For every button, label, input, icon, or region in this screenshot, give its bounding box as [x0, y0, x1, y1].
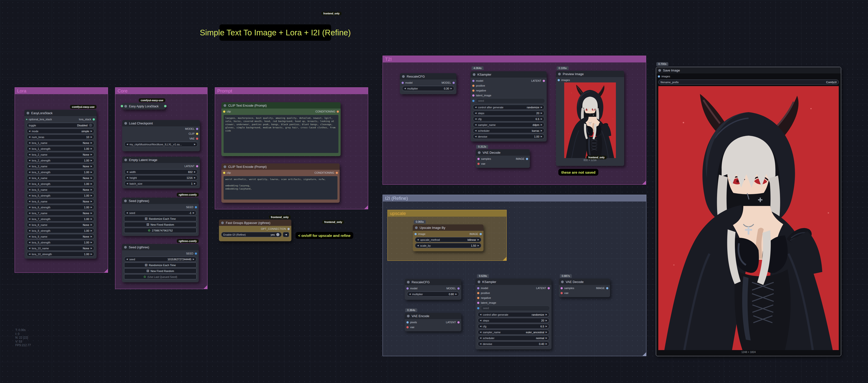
slot-dot-icon[interactable]: [195, 253, 197, 255]
slot-dot-icon[interactable]: [414, 233, 417, 235]
slot-dot-icon[interactable]: [472, 80, 474, 82]
workflow-title-note[interactable]: Simple Text To Image + Lora + I2I (Refin…: [219, 24, 331, 41]
input-slot[interactable]: vae: [559, 291, 610, 295]
input-slot[interactable]: vae: [476, 161, 530, 166]
output-slot[interactable]: LATENT: [444, 320, 461, 325]
slot-dot-icon[interactable]: [472, 100, 474, 102]
widget-row[interactable]: multiplier0.80: [407, 292, 459, 297]
io-row[interactable]: clip CONDITIONING: [221, 170, 340, 175]
io-row[interactable]: optional_lora_stack lora_stack: [24, 117, 97, 122]
collapse-dot-icon[interactable]: [407, 315, 410, 317]
note-not-saved[interactable]: these are not saved: [558, 169, 598, 176]
output-slot[interactable]: LATENT: [530, 78, 547, 83]
input-slot[interactable]: latent_image: [475, 300, 552, 305]
slot-dot-icon[interactable]: [406, 287, 409, 290]
node-header[interactable]: Fast Groups Bypasser (rgthree): [219, 219, 291, 226]
widget-row[interactable]: modesimple: [27, 128, 94, 134]
node-rescalecfg-t2i[interactable]: RescaleCFG model MODEL multiplier0.30: [400, 73, 457, 94]
widget-row[interactable]: width832: [124, 169, 198, 174]
slot-dot-icon[interactable]: [561, 287, 563, 289]
node-easy-apply-lorastack[interactable]: Easy Apply LoraStack: [122, 103, 165, 110]
io-row[interactable]: image IMAGE: [413, 232, 484, 236]
slot-dot-icon[interactable]: [548, 287, 550, 289]
group-resize-handle[interactable]: [503, 257, 506, 261]
output-slot[interactable]: IMAGE: [594, 286, 610, 291]
node-rescalecfg-i2i[interactable]: RescaleCFG model MODEL multiplier0.80: [405, 279, 461, 300]
collapse-dot-icon[interactable]: [124, 158, 127, 161]
widget-row[interactable]: control after generaterandomize: [473, 105, 545, 110]
collapse-dot-icon[interactable]: [402, 75, 405, 78]
node-preview-image[interactable]: Preview Image images frontend_only 832 ×…: [556, 71, 624, 166]
widget-row[interactable]: lora_6_strength1.00: [27, 205, 94, 210]
slot-dot-icon[interactable]: [223, 111, 225, 113]
widget-row[interactable]: lora_1_nameNone: [27, 140, 94, 145]
node-clip-text-encode-positive[interactable]: CLIP Text Encode (Prompt) clip CONDITION…: [221, 102, 341, 156]
collapse-dot-icon[interactable]: [124, 200, 127, 202]
slot-dot-icon[interactable]: [477, 297, 479, 299]
node-header[interactable]: RescaleCFG: [405, 279, 461, 285]
slot-dot-icon[interactable]: [477, 158, 479, 160]
input-slot[interactable]: negative: [475, 295, 552, 300]
collapsed-output-dot-icon[interactable]: [164, 105, 166, 107]
widget-row[interactable]: height1216: [124, 175, 198, 180]
input-slot[interactable]: positive: [475, 291, 552, 295]
collapse-dot-icon[interactable]: [224, 104, 226, 107]
group-title-bar[interactable]: Prompt: [215, 88, 368, 94]
slot-dot-icon[interactable]: [526, 158, 528, 160]
seed-button[interactable]: ⚄New Fixed Random: [124, 268, 196, 273]
node-header[interactable]: CLIP Text Encode (Prompt): [221, 164, 340, 170]
collapse-dot-icon[interactable]: [415, 226, 418, 229]
widget-row[interactable]: lora_1_strength1.00: [27, 146, 94, 151]
output-slot[interactable]: SEED: [122, 251, 199, 256]
node-empty-latent-image[interactable]: Empty Latent Image LATENT width832height…: [122, 157, 200, 188]
widget-row[interactable]: lora_10_nameNone: [27, 246, 94, 251]
widget-row[interactable]: schedulernormal: [478, 335, 549, 341]
slot-dot-icon[interactable]: [561, 292, 563, 294]
widget-row[interactable]: scale_by1.50: [415, 243, 481, 248]
group-toggle-widget[interactable]: Enable I2I (Refine) yes: [221, 232, 282, 237]
slot-dot-icon[interactable]: [402, 82, 404, 84]
widget-row[interactable]: multiplier0.30: [402, 86, 454, 91]
slot-dot-icon[interactable]: [558, 79, 560, 81]
node-vae-decode-i2i[interactable]: VAE Decode samplesvae IMAGE: [559, 278, 610, 297]
slot-dot-icon[interactable]: [457, 321, 460, 323]
widget-row[interactable]: lora_8_strength1.00: [27, 228, 94, 233]
widget-row[interactable]: sampler_nameddpm: [473, 122, 545, 127]
widget-row[interactable]: denoise0.40: [478, 341, 549, 346]
seed-button[interactable]: ♻(Use Last Queued Seed): [124, 274, 196, 279]
output-slot[interactable]: LATENT: [122, 164, 200, 169]
node-header[interactable]: EasyLoraStack: [24, 110, 97, 116]
node-header[interactable]: Upscale Image By: [413, 225, 484, 231]
collapse-dot-icon[interactable]: [124, 246, 127, 248]
widget-row[interactable]: control after generaterandomize: [478, 312, 549, 317]
node-upscale-image-by[interactable]: Upscale Image By image IMAGE upscale_met…: [413, 225, 484, 251]
slot-dot-icon[interactable]: [477, 163, 479, 165]
slot-dot-icon[interactable]: [477, 302, 479, 304]
collapse-dot-icon[interactable]: [124, 105, 127, 108]
widget-row[interactable]: lora_6_nameNone: [27, 199, 94, 204]
group-title-bar[interactable]: T2I: [383, 56, 646, 62]
widget-row[interactable]: denoise1.00: [473, 134, 545, 139]
group-title-bar[interactable]: Lora: [15, 88, 108, 94]
widget-row[interactable]: lora_10_strength1.00: [27, 252, 94, 257]
slot-dot-icon[interactable]: [472, 94, 474, 97]
slot-dot-icon[interactable]: [606, 287, 608, 289]
input-slot[interactable]: latent_image: [471, 93, 547, 98]
output-slot[interactable]: OPT_CONNECTION: [219, 226, 291, 231]
slot-dot-icon[interactable]: [337, 111, 339, 113]
saved-artwork-image[interactable]: [658, 86, 839, 350]
slot-dot-icon[interactable]: [406, 326, 409, 328]
output-slot[interactable]: VAE: [122, 136, 200, 141]
group-resize-handle[interactable]: [104, 269, 108, 272]
slot-dot-icon[interactable]: [196, 133, 198, 135]
widget-row[interactable]: upscale_methodbilinear: [415, 237, 481, 242]
node-header[interactable]: Save Image: [656, 67, 841, 73]
slot-dot-icon[interactable]: [477, 307, 479, 309]
widget-row[interactable]: batch_size1: [124, 181, 198, 186]
widget-row[interactable]: toggleDisabled: [27, 123, 94, 128]
slot-dot-icon[interactable]: [196, 165, 198, 167]
node-vae-decode-t2i[interactable]: VAE Decode samplesvae IMAGE: [476, 149, 530, 168]
widget-row[interactable]: lora_5_nameNone: [27, 187, 94, 192]
slot-dot-icon[interactable]: [196, 138, 198, 140]
collapse-dot-icon[interactable]: [558, 73, 561, 76]
